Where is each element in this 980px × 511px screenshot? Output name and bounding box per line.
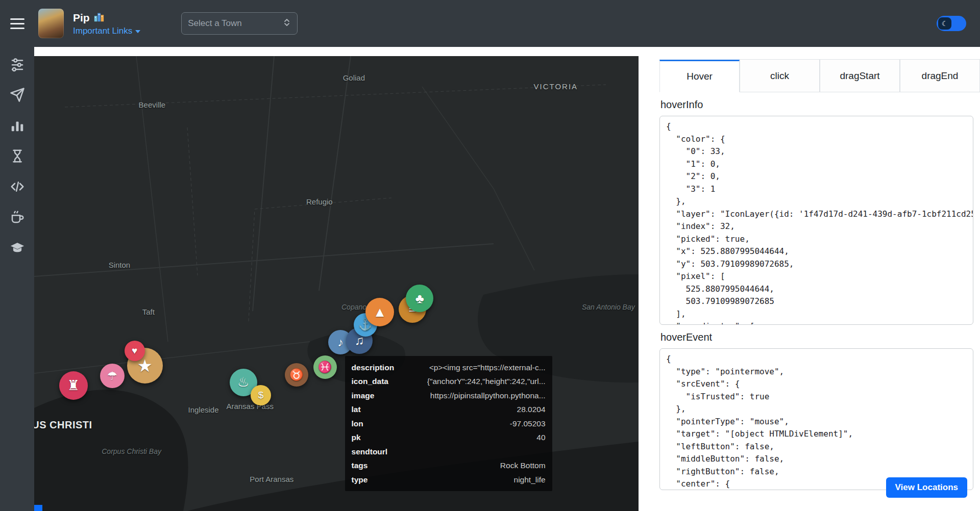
map-label: Beeville: [139, 100, 166, 109]
important-links-dropdown[interactable]: Important Links: [73, 26, 140, 36]
title-block: Pip Important Links: [73, 11, 140, 36]
hover-event-title: hoverEvent: [660, 331, 973, 343]
bar-chart-icon[interactable]: [8, 116, 27, 135]
town-select[interactable]: Select a Town: [181, 12, 298, 35]
hover-info-code[interactable]: { "color": { "0": 33, "1": 0, "2": 0, "3…: [659, 116, 973, 325]
map-label: Refugio: [306, 197, 333, 206]
tooltip-row: sendtourl: [352, 445, 546, 459]
map-label: US CHRISTI: [34, 419, 92, 430]
code-icon[interactable]: [8, 177, 27, 196]
send-icon[interactable]: [8, 86, 27, 104]
tooltip-row: typenight_life: [352, 473, 546, 487]
map-marker-heart[interactable]: ♥: [125, 341, 145, 361]
partial-button-fragment: [34, 505, 42, 511]
top-navbar: Pip Important Links Select a Town ☾: [0, 0, 980, 47]
map-label: Sinton: [109, 261, 131, 269]
map-label: VICTORIA: [533, 82, 578, 90]
hourglass-icon[interactable]: [8, 147, 27, 165]
tab-dragend[interactable]: dragEnd: [900, 59, 980, 92]
tooltip-row: icon_data{"anchorY":242,"height":242,"ur…: [352, 374, 546, 389]
tooltip-row: imagehttps://pipinstallpython.pythona...: [352, 389, 546, 403]
tooltip-row: tagsRock Bottom: [352, 458, 546, 473]
panel-body: hoverInfo { "color": { "0": 33, "1": 0, …: [659, 99, 980, 490]
select-chevrons-icon: [283, 18, 291, 29]
map-marker-bull[interactable]: ♉: [285, 363, 308, 387]
tooltip-rows: description<p><img src="https://external…: [352, 361, 546, 487]
event-panel: HoverclickdragStartdragEnd hoverInfo { "…: [659, 47, 980, 511]
map-marker-park[interactable]: ♣: [406, 285, 433, 312]
map-tooltip: description<p><img src="https://external…: [345, 356, 552, 492]
tab-click[interactable]: click: [740, 59, 820, 92]
map-label: Port Aransas: [250, 474, 293, 483]
tooltip-row: description<p><img src="https://external…: [352, 361, 546, 375]
map-label: Ingleside: [188, 405, 218, 414]
map-label: Taft: [142, 308, 155, 316]
hamburger-menu-icon[interactable]: [0, 18, 34, 29]
tab-dragstart[interactable]: dragStart: [820, 59, 900, 92]
hover-info-title: hoverInfo: [660, 99, 973, 111]
sidebar: [0, 47, 34, 511]
view-locations-button[interactable]: View Locations: [886, 477, 967, 498]
tab-hover[interactable]: Hover: [659, 60, 740, 92]
map-marker-fan[interactable]: ☂: [100, 364, 125, 388]
coffee-mug-icon[interactable]: [8, 208, 27, 226]
map-label: San Antonio Bay: [582, 303, 635, 311]
page-title: Pip: [73, 11, 140, 25]
tooltip-row: pk40: [352, 430, 546, 445]
map-marker-coin[interactable]: $: [251, 385, 271, 405]
avatar[interactable]: [38, 9, 64, 38]
map-marker-camping[interactable]: ▲: [365, 298, 394, 326]
theme-toggle[interactable]: ☾: [937, 16, 966, 31]
graduation-cap-icon[interactable]: [8, 239, 27, 257]
map-label: Corpus Christi Bay: [102, 447, 161, 455]
map-label: Goliad: [343, 73, 365, 82]
town-select-placeholder: Select a Town: [188, 18, 242, 29]
hover-event-code[interactable]: { "type": "pointermove", "srcEvent": { "…: [659, 348, 973, 490]
cityscape-icon: [93, 11, 105, 25]
map-marker-seafood[interactable]: ♓: [313, 355, 337, 379]
map-canvas[interactable]: GoliadVICTORIABeevilleRefugioSintonTaftC…: [34, 56, 639, 511]
chevron-down-icon: [135, 30, 140, 33]
event-tabs: HoverclickdragStartdragEnd: [659, 59, 980, 92]
map-marker-building[interactable]: ♜: [59, 371, 88, 400]
sliders-icon[interactable]: [8, 55, 27, 73]
tooltip-row: lon-97.05203: [352, 417, 546, 431]
moon-icon: ☾: [938, 17, 951, 30]
tooltip-row: lat28.0204: [352, 402, 546, 417]
